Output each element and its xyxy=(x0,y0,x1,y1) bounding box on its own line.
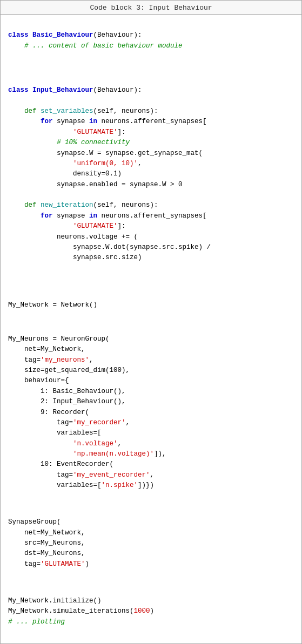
code-title: Code block 3: Input Behaviour xyxy=(1,1,301,15)
code-container: Code block 3: Input Behaviour class Basi… xyxy=(0,0,302,644)
code-block: class Basic_Behaviour(Behaviour): # ... … xyxy=(1,15,301,635)
